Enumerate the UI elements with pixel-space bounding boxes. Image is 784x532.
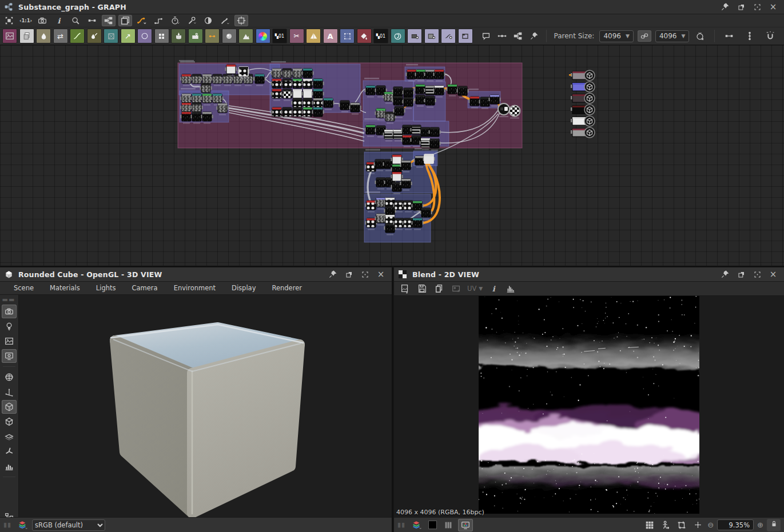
maximize-icon[interactable]: [752, 2, 762, 12]
graph-output-row[interactable]: [571, 116, 595, 126]
float-window-icon[interactable]: [736, 2, 746, 12]
node-curve-picker-icon[interactable]: [441, 29, 456, 43]
geometry-axis-icon[interactable]: [2, 385, 17, 399]
geometry-rounded-cube-icon[interactable]: [2, 400, 17, 414]
screenshot-icon[interactable]: [35, 15, 49, 26]
pin-node-icon[interactable]: [527, 29, 541, 43]
menu-renderer[interactable]: Renderer: [264, 282, 310, 294]
node-mirror-icon[interactable]: [306, 29, 321, 43]
node-tile-icon[interactable]: [154, 29, 169, 43]
zoom-out-button[interactable]: ⊖: [707, 521, 714, 529]
info-icon[interactable]: i: [487, 282, 500, 295]
node-blend-icon[interactable]: [19, 29, 34, 43]
node-hsl-icon[interactable]: [256, 29, 270, 43]
link-creation-icon[interactable]: [85, 15, 99, 26]
thumbnail-mode-icon[interactable]: [201, 15, 215, 26]
node-gradient-icon[interactable]: [188, 29, 203, 43]
node-color-picker-icon[interactable]: [424, 29, 439, 43]
menu-lights[interactable]: Lights: [88, 282, 124, 294]
view2d-viewport[interactable]: 4096 x 4096 (RGBA, 16bpc): [394, 296, 784, 517]
actual-size-icon[interactable]: ‹1:1›: [19, 15, 33, 26]
node-graph-canvas[interactable]: [0, 45, 784, 267]
camera-tool-icon[interactable]: [2, 305, 17, 318]
node-curve-icon[interactable]: [70, 29, 85, 43]
graph-output-row[interactable]: [571, 93, 595, 103]
close-icon[interactable]: ×: [768, 2, 778, 12]
node-shape-icon[interactable]: [137, 29, 152, 43]
zoom-level-input[interactable]: [717, 519, 754, 530]
export-image-icon[interactable]: [450, 282, 463, 295]
graph-view-icon[interactable]: [102, 15, 116, 26]
tools-icon[interactable]: [185, 15, 198, 26]
frame-selection-icon[interactable]: [2, 15, 16, 26]
node-gradient-picker-icon[interactable]: [407, 29, 422, 43]
geometry-cube-icon[interactable]: [2, 415, 17, 429]
pan-view-icon[interactable]: [691, 519, 704, 531]
float-window-icon[interactable]: [736, 269, 746, 279]
node-histogram-icon[interactable]: [238, 29, 253, 43]
node-directional-warp-icon[interactable]: ↗: [121, 29, 136, 43]
save-image-icon[interactable]: [416, 282, 428, 295]
search-icon[interactable]: [69, 15, 82, 26]
menu-materials[interactable]: Materials: [42, 282, 88, 294]
node-info-icon[interactable]: i: [52, 15, 66, 26]
node-dot-icon[interactable]: [205, 29, 220, 43]
node-bitdepth-icon[interactable]: ▚01: [373, 29, 388, 43]
close-icon[interactable]: ×: [376, 269, 386, 279]
geometry-sphere-icon[interactable]: [2, 370, 17, 384]
node-bitmap-icon[interactable]: [2, 29, 17, 43]
node-swirl-icon[interactable]: [391, 29, 405, 43]
reset-size-icon[interactable]: [693, 30, 707, 42]
comment-icon[interactable]: [479, 29, 493, 43]
copy-image-icon[interactable]: [433, 282, 445, 295]
graph-output-row[interactable]: [571, 105, 595, 115]
background-color-swatch[interactable]: [426, 519, 439, 531]
graph-output-row[interactable]: [571, 82, 595, 92]
node-text-icon[interactable]: A: [323, 29, 338, 43]
menu-environment[interactable]: Environment: [166, 282, 224, 294]
node-dither-icon[interactable]: ▚01: [272, 29, 287, 43]
node-frame-icon[interactable]: [458, 29, 473, 43]
dot-node-icon[interactable]: [495, 29, 509, 43]
light-tool-icon[interactable]: [2, 319, 17, 333]
zoom-lock-button[interactable]: [767, 519, 781, 531]
node-flood-fill-icon[interactable]: [357, 29, 372, 43]
tiling-mode-icon[interactable]: [643, 519, 656, 531]
pin-icon[interactable]: [720, 269, 730, 279]
close-icon[interactable]: ×: [768, 269, 778, 279]
node-blur-icon[interactable]: [36, 29, 51, 43]
graph-output-row[interactable]: [571, 127, 595, 138]
display-settings-icon[interactable]: [2, 349, 17, 363]
connect-nodes-icon[interactable]: [722, 29, 736, 43]
geometry-plane-icon[interactable]: [2, 430, 17, 443]
node-directional-blur-icon[interactable]: [87, 29, 102, 43]
toolstrip-grip[interactable]: ▬▬: [2, 296, 15, 303]
node-height-extrude-icon[interactable]: [171, 29, 186, 43]
elbow-connection-icon[interactable]: [152, 15, 165, 26]
fit-view-icon[interactable]: [675, 519, 688, 531]
link-size-icon[interactable]: [638, 30, 651, 42]
menu-display[interactable]: Display: [224, 282, 264, 294]
parent-width-dropdown[interactable]: 4096▼: [599, 30, 633, 42]
graph-node[interactable]: [429, 139, 441, 151]
channel-columns-icon[interactable]: [442, 519, 455, 531]
statusbar-grip[interactable]: ▮▮: [3, 521, 11, 529]
colorspace-layers-icon[interactable]: [16, 519, 29, 531]
snap-magnet-icon[interactable]: [763, 29, 777, 43]
environment-tool-icon[interactable]: [2, 334, 17, 348]
physical-size-icon[interactable]: [659, 519, 672, 531]
grid-snap-icon[interactable]: [234, 15, 248, 26]
node-sphere-icon[interactable]: [222, 29, 237, 43]
duplicate-image-icon[interactable]: [399, 282, 411, 295]
view3d-viewport[interactable]: [19, 295, 392, 517]
geometry-fan-icon[interactable]: [2, 445, 17, 458]
maximize-icon[interactable]: [360, 269, 370, 279]
node-spline-icon[interactable]: ✂: [289, 29, 304, 43]
clean-graph-icon[interactable]: [218, 15, 232, 26]
geometry-stats-icon[interactable]: [2, 459, 17, 473]
float-window-icon[interactable]: [344, 269, 354, 279]
uv-mode-dropdown[interactable]: UV▼: [467, 285, 483, 293]
node-transform-icon[interactable]: [104, 29, 118, 43]
pin-icon[interactable]: [720, 2, 730, 12]
histogram-icon[interactable]: [504, 282, 517, 295]
